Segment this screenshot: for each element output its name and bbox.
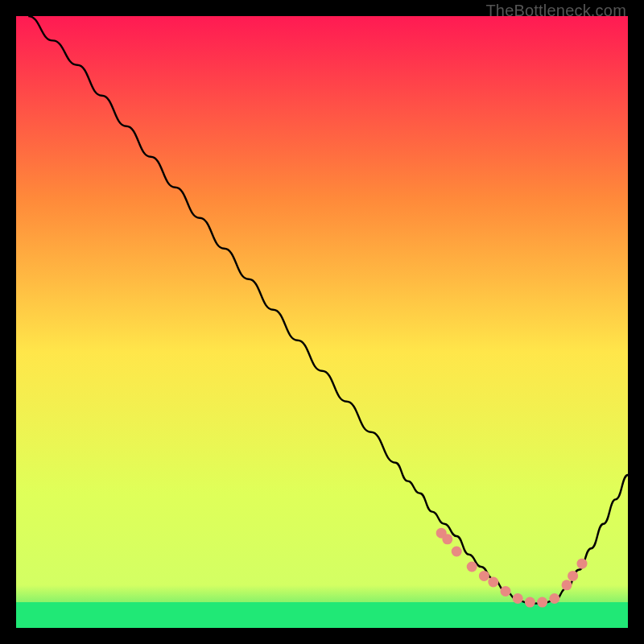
highlight-point	[452, 547, 462, 557]
highlight-point	[467, 562, 477, 572]
highlight-point	[442, 534, 452, 544]
highlight-point	[501, 586, 511, 597]
plot-area	[16, 16, 628, 628]
gradient-background	[16, 16, 628, 628]
highlight-point	[525, 597, 535, 608]
highlight-point	[577, 559, 588, 569]
highlight-point	[513, 593, 523, 604]
chart-svg	[16, 16, 628, 628]
highlight-point	[537, 597, 547, 608]
highlight-point	[562, 580, 572, 590]
highlight-point	[479, 571, 489, 581]
outer-frame: TheBottleneck.com	[0, 0, 644, 644]
highlight-point	[549, 593, 559, 604]
highlight-point	[568, 571, 578, 581]
green-band	[16, 602, 628, 628]
highlight-point	[488, 577, 498, 588]
